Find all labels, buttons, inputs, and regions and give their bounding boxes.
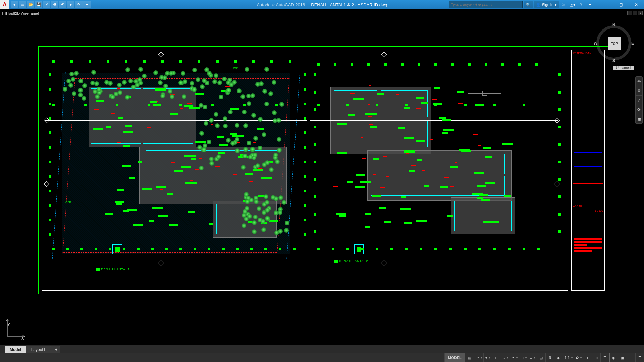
dot-mark [125,60,127,63]
maximize-button[interactable]: ▢ [613,0,629,9]
dot-mark [376,248,378,250]
zoom-extents-icon[interactable]: ⤢ [636,96,642,105]
isolate-objects-icon[interactable]: ▣ [618,353,627,362]
doc-restore-button[interactable]: ❐ [633,11,637,15]
document-name: DENAH LANTAI 1 & 2 - ASDAR.ID.dwg [311,2,387,7]
new-icon[interactable]: ▭ [19,1,26,8]
dot-mark [558,91,561,94]
tree-mark [229,82,234,87]
grid-display-icon[interactable]: ▦ [465,353,474,362]
pan-icon[interactable]: ✥ [636,86,642,96]
dot-mark [304,219,306,221]
tree-mark [207,140,211,144]
viewcube-east[interactable]: E [631,41,634,46]
furn-mark [347,181,353,183]
close-button[interactable]: ✕ [629,0,644,9]
menu-dropdown-button[interactable]: ▾ [11,1,18,8]
undo-icon[interactable]: ↶ [59,1,66,8]
search-input[interactable] [449,1,523,8]
exchange-apps-icon[interactable]: ✕ [560,1,568,8]
hardware-accel-icon[interactable]: ◉ [609,353,618,362]
3dosnap-icon[interactable]: ◆ [554,353,563,362]
dot-mark [434,63,437,66]
orbit-icon[interactable]: ⟳ [636,105,642,114]
red-mark [368,116,372,117]
redo-icon[interactable]: ↷ [75,1,83,8]
autodesk360-icon[interactable]: ◬▾ [569,1,576,8]
ucs-y-label: Y [7,322,10,327]
furn-mark [93,128,103,130]
app-logo[interactable]: A [0,0,9,9]
dot-mark [523,104,525,106]
help-icon[interactable]: ? [578,1,585,8]
tree-mark [226,138,231,143]
status-model-button[interactable]: MODEL [444,353,465,362]
furn-mark [269,220,278,222]
tree-mark [282,200,286,205]
workspace-switch-icon[interactable]: ✿ [574,353,583,362]
transparency-icon[interactable]: ▤ [537,353,545,362]
dot-mark [165,248,168,250]
tab-layout1[interactable]: Layout1 [26,346,51,353]
dot-mark [523,248,525,250]
tree-mark [159,75,164,80]
tab-model[interactable]: Model [5,346,26,353]
minimize-button[interactable]: — [598,0,613,9]
viewcube-north[interactable]: N [612,23,615,27]
tree-mark [262,210,266,215]
undo-dropdown-icon[interactable]: ▾ [67,1,74,8]
titleblock-logo-box [574,152,602,167]
osnap-icon[interactable]: ◻ [519,353,528,362]
red-mark [472,133,477,133]
ortho-restrict-icon[interactable]: ▾ [483,353,492,362]
lineweight-icon[interactable]: ≡ [528,353,537,362]
tree-mark [237,88,241,93]
showmotion-icon[interactable]: ▦ [636,114,642,124]
steering-wheel-icon[interactable]: ◎ [636,77,642,86]
furn-mark [155,88,166,90]
plot-icon[interactable]: 🖶 [51,1,58,8]
search-button[interactable]: 🔍 [524,1,533,8]
customization-icon[interactable]: ☰ [635,353,644,362]
save-icon[interactable]: 💾 [35,1,42,8]
quick-access-toolbar: ▾ ▭ 📂 💾 ⎘ 🖶 ↶ ▾ ↷ ▾ [11,1,91,8]
tab-add-button[interactable]: + [50,346,60,353]
furn-mark [365,226,370,228]
annotation-scale-button[interactable]: 1:1 [563,353,574,362]
ucs-icon[interactable]: Y X [4,316,28,341]
dot-mark [49,161,51,163]
quick-properties-icon[interactable]: ☷ [600,353,609,362]
red-mark [380,187,385,188]
selection-cycling-icon[interactable]: ⇅ [545,353,554,362]
redo-dropdown-icon[interactable]: ▾ [83,1,91,8]
furn-mark [123,210,129,212]
clean-screen-icon[interactable]: ⛶ [627,353,635,362]
viewport-controls-label[interactable]: [–][Top][2D Wireframe] [2,11,39,15]
dot-mark [289,60,291,63]
tree-mark [255,163,260,168]
sign-in-button[interactable]: 👤 Sign In ▾ [534,1,559,8]
annotation-monitor-icon[interactable]: + [583,353,592,362]
furn-mark [195,93,204,95]
room-wall [143,117,193,144]
viewcube-west[interactable]: W [594,41,597,46]
help-dropdown-icon[interactable]: ▾ [586,1,594,8]
units-icon[interactable]: ⊞ [592,353,600,362]
polar-tracking-icon[interactable]: ⊙ [501,353,510,362]
furn-mark [257,128,264,130]
saveas-icon[interactable]: ⎘ [43,1,50,8]
furn-mark [443,129,454,131]
viewcube-top-face[interactable]: TOP [608,37,621,50]
snap-mode-icon[interactable]: ⋯ [474,353,483,362]
doc-close-button[interactable]: x [638,11,643,15]
drawing-viewport[interactable]: [–][Top][2D Wireframe] – ❐ x N S E W TOP… [0,9,644,345]
open-icon[interactable]: 📂 [27,1,34,8]
dot-mark [49,73,51,76]
viewcube-south[interactable]: S [612,58,615,63]
ortho-icon[interactable]: ∟ [492,353,501,362]
isodraft-icon[interactable]: ✶ [510,353,519,362]
doc-minimize-button[interactable]: – [627,11,632,15]
ucs-name-tag[interactable]: Unnamed [613,66,634,70]
red-mark [503,167,506,167]
dot-mark [49,146,51,149]
